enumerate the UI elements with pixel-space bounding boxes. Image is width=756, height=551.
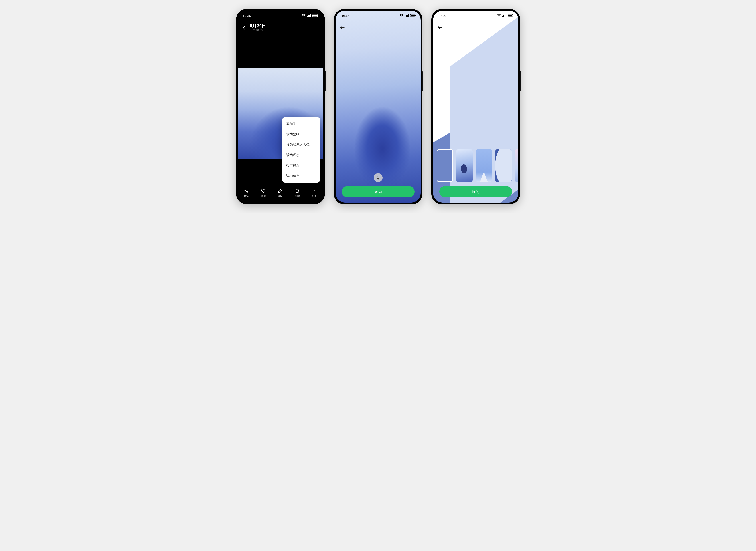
idea-button[interactable]: [374, 173, 383, 182]
signal-icon: [405, 14, 409, 17]
send-button[interactable]: 发送: [240, 188, 253, 198]
wallpaper-thumb-3[interactable]: [476, 149, 492, 182]
svg-rect-1: [308, 15, 309, 17]
svg-rect-21: [503, 15, 504, 17]
photo-date: 9月24日: [250, 23, 266, 28]
svg-rect-13: [405, 16, 405, 17]
signal-icon: [307, 14, 311, 17]
wifi-icon: [399, 14, 403, 17]
gallery-header: 9月24日 上午 10:08: [238, 23, 323, 32]
header-text: 9月24日 上午 10:08: [250, 23, 266, 32]
menu-set-private[interactable]: 设为私密: [282, 150, 320, 160]
menu-cast[interactable]: 投屏播放: [282, 160, 320, 171]
svg-rect-25: [508, 15, 512, 16]
wifi-icon: [302, 14, 306, 17]
svg-rect-23: [506, 14, 506, 17]
svg-rect-14: [406, 15, 407, 17]
more-options-menu: 添加到 设为壁纸 设为联系人头像 设为私密 投屏播放 详细信息: [282, 117, 320, 182]
battery-icon: [312, 14, 318, 17]
wifi-icon: [497, 14, 501, 17]
wallpaper-thumb-5[interactable]: [515, 149, 518, 182]
back-button[interactable]: [241, 25, 247, 30]
screen-gallery-detail: 19:30 9月24日 上午 10:08 添加到 设为壁纸 设为联系人头像 设为…: [238, 11, 323, 202]
edit-icon: [278, 188, 283, 193]
wallpaper-thumbnails[interactable]: [437, 149, 518, 182]
more-button[interactable]: 更多: [308, 188, 321, 198]
svg-rect-6: [318, 15, 318, 16]
delete-label: 删除: [295, 194, 300, 198]
favorite-label: 收藏: [261, 194, 266, 198]
edit-button[interactable]: 编辑: [274, 188, 287, 198]
more-label: 更多: [312, 194, 317, 198]
status-bar: 19:30: [238, 11, 323, 20]
status-time: 19:30: [438, 14, 446, 18]
svg-point-12: [316, 190, 316, 191]
trash-icon: [295, 188, 300, 193]
menu-details[interactable]: 详细信息: [282, 171, 320, 181]
svg-rect-16: [408, 14, 409, 17]
wallpaper-thumb-2[interactable]: [456, 149, 473, 182]
svg-point-11: [314, 190, 315, 191]
svg-rect-0: [307, 16, 308, 17]
screen-wallpaper-picker: 19:30 设为: [433, 11, 518, 202]
wallpaper-thumb-1[interactable]: [437, 149, 453, 182]
delete-button[interactable]: 删除: [291, 188, 304, 198]
arrow-left-icon: [437, 24, 443, 30]
phone-mockup-1: 19:30 9月24日 上午 10:08 添加到 设为壁纸 设为联系人头像 设为…: [236, 9, 325, 204]
menu-add-to[interactable]: 添加到: [282, 119, 320, 129]
apply-label: 设为: [472, 189, 480, 194]
status-icons: [497, 14, 513, 17]
status-icons: [302, 14, 318, 17]
svg-rect-19: [415, 15, 416, 16]
svg-rect-26: [513, 15, 513, 16]
svg-rect-22: [505, 15, 505, 17]
edit-label: 编辑: [278, 194, 283, 198]
menu-set-contact[interactable]: 设为联系人头像: [282, 139, 320, 150]
back-button[interactable]: [340, 24, 345, 30]
apply-button[interactable]: 设为: [439, 186, 512, 197]
send-label: 发送: [244, 194, 249, 198]
svg-rect-5: [313, 15, 317, 16]
svg-rect-2: [309, 15, 310, 17]
back-button[interactable]: [437, 24, 443, 30]
battery-icon: [410, 14, 416, 17]
favorite-button[interactable]: 收藏: [257, 188, 270, 198]
menu-set-wallpaper[interactable]: 设为壁纸: [282, 129, 320, 139]
status-icons: [399, 14, 416, 17]
apply-label: 设为: [374, 189, 382, 194]
screen-wallpaper-preview: 19:30 设为: [336, 11, 421, 202]
arrow-left-icon: [241, 25, 247, 30]
lightbulb-icon: [376, 175, 380, 180]
arrow-left-icon: [340, 24, 345, 30]
bottom-toolbar: 发送 收藏 编辑 删除 更多: [238, 185, 323, 202]
status-bar: 19:30: [336, 11, 421, 20]
apply-button[interactable]: 设为: [342, 186, 415, 197]
share-icon: [244, 188, 249, 193]
status-time: 19:30: [243, 14, 251, 18]
battery-icon: [508, 14, 513, 17]
svg-rect-20: [502, 16, 503, 17]
heart-icon: [261, 188, 266, 193]
wallpaper-thumb-4[interactable]: [495, 149, 512, 182]
phone-mockup-2: 19:30 设为: [334, 9, 422, 204]
more-icon: [312, 188, 317, 193]
svg-rect-15: [407, 15, 408, 17]
phone-mockup-3: 19:30 设为: [431, 9, 520, 204]
svg-point-10: [313, 190, 314, 191]
svg-rect-3: [310, 14, 311, 17]
svg-rect-18: [411, 15, 415, 16]
photo-time: 上午 10:08: [250, 28, 266, 32]
status-time: 19:30: [340, 14, 349, 18]
status-bar: 19:30: [433, 11, 518, 20]
signal-icon: [502, 14, 506, 17]
